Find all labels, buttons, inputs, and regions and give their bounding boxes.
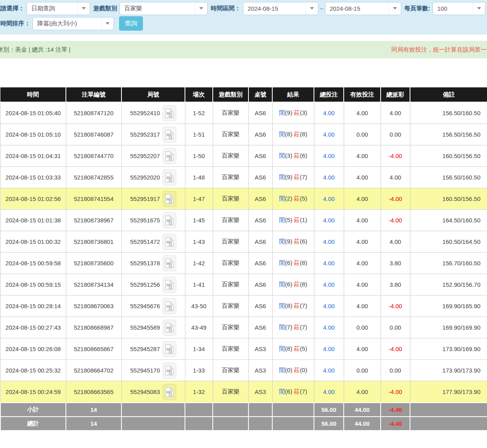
bet-id: 521808668987	[66, 317, 121, 338]
table-row: 2024-08-15 01:01:38521808738967552951675…	[0, 210, 487, 231]
video-replay-button[interactable]	[163, 255, 176, 271]
video-file-icon	[165, 365, 174, 376]
player-score: (2)	[285, 195, 292, 202]
session: 1-47	[185, 188, 213, 210]
total-bet-cell: 4.00	[314, 274, 344, 295]
video-replay-button[interactable]	[163, 363, 176, 378]
footer-total-payout: -4.40	[381, 403, 410, 417]
total-bet-link[interactable]: 4.00	[323, 131, 335, 138]
valid-bet: 4.00	[344, 274, 381, 295]
video-replay-button[interactable]	[163, 105, 176, 121]
total-bet-link[interactable]: 4.00	[323, 217, 335, 224]
game-type: 百家樂	[213, 295, 248, 317]
total-bet-link[interactable]: 4.00	[323, 388, 335, 395]
video-replay-button[interactable]	[163, 298, 176, 314]
search-button[interactable]: 查詢	[119, 16, 143, 31]
total-bet-link[interactable]: 4.00	[323, 195, 335, 202]
round-id: 552945589	[130, 324, 160, 331]
banker-label: 莊	[294, 131, 300, 137]
video-replay-button[interactable]	[163, 234, 176, 250]
date-to-select[interactable]: 2024-08-15	[325, 2, 401, 15]
total-bet-link[interactable]: 4.00	[323, 281, 335, 288]
round-id-cell: 552951675	[121, 210, 185, 231]
note: 156.50/156.50	[410, 124, 487, 145]
result-cell: 閒(8) 莊(5)	[272, 338, 314, 360]
video-replay-button[interactable]	[163, 212, 176, 228]
note: 152.90/156.70	[410, 274, 487, 295]
footer-count: 14	[66, 417, 121, 431]
column-header: 桌號	[248, 87, 272, 102]
total-bet-link[interactable]: 4.00	[323, 174, 335, 181]
currency-total-text: 幣別：美金 | 總共 :14 注單 |	[0, 46, 70, 54]
total-bet-cell: 4.00	[314, 253, 344, 274]
total-bet-link[interactable]: 4.00	[323, 260, 335, 266]
total-payout: 0.00	[381, 124, 410, 145]
player-score: (8)	[285, 131, 292, 137]
bet-id: 521808670063	[66, 295, 121, 317]
footer-label: 總計	[0, 417, 66, 431]
banker-label: 莊	[294, 238, 300, 245]
valid-bet: 4.00	[344, 210, 381, 231]
player-score: (0)	[285, 367, 292, 373]
chevron-down-icon	[77, 2, 90, 15]
video-replay-button[interactable]	[163, 341, 176, 357]
round-id-cell: 552945676	[121, 295, 185, 317]
video-replay-button[interactable]	[163, 191, 176, 207]
round-id: 552951378	[130, 260, 160, 266]
video-replay-button[interactable]	[163, 170, 176, 185]
bet-records-section: 時間注單編號局號場次遊戲類別桌號結果總投注有效投注總派彩備註 2024-08-1…	[0, 87, 487, 431]
total-payout: -4.00	[381, 188, 410, 210]
round-id-cell: 552952410	[121, 102, 185, 124]
bet-time: 2024-08-15 00:59:15	[0, 274, 66, 295]
video-replay-button[interactable]	[163, 320, 176, 336]
bet-id: 521808738967	[66, 210, 121, 231]
game-type: 百家樂	[213, 124, 248, 145]
video-replay-button[interactable]	[163, 127, 176, 143]
session: 1-51	[185, 124, 213, 145]
bet-time: 2024-08-15 01:01:38	[0, 210, 66, 231]
total-bet-link[interactable]: 4.00	[323, 324, 335, 331]
footer-total-payout: -4.40	[381, 417, 410, 431]
total-bet-link[interactable]: 4.00	[323, 367, 335, 374]
bet-id: 521808741554	[66, 188, 121, 210]
video-replay-button[interactable]	[163, 384, 176, 400]
player-score: (9)	[285, 238, 292, 245]
player-label: 閒	[279, 281, 285, 288]
result-cell: 閒(9) 莊(6)	[272, 231, 314, 253]
round-id: 552945676	[130, 303, 160, 309]
total-bet-link[interactable]: 4.00	[323, 153, 335, 159]
bet-id: 521808735600	[66, 253, 121, 274]
note: 177.90/173.90	[410, 381, 487, 403]
page-size-select[interactable]: 100	[433, 2, 485, 15]
player-score: (8)	[285, 302, 292, 309]
round-id-cell: 552952020	[121, 167, 185, 188]
bet-time: 2024-08-15 00:27:43	[0, 317, 66, 338]
player-score: (6)	[285, 281, 292, 288]
round-id: 552951256	[130, 281, 160, 288]
result-cell: 閒(8) 莊(7)	[272, 295, 314, 317]
video-replay-button[interactable]	[163, 148, 176, 164]
player-label: 閒	[279, 174, 285, 180]
date-from-select[interactable]: 2024-08-15	[243, 2, 318, 15]
game-type-select[interactable]: 百家樂	[119, 2, 208, 15]
video-replay-button[interactable]	[163, 277, 176, 293]
round-id-cell: 552945287	[121, 338, 185, 360]
sort-select[interactable]: 降冪(由大到小)	[33, 17, 114, 30]
column-header: 遊戲類別	[213, 87, 248, 102]
game-type-value: 百家樂	[120, 5, 195, 12]
valid-bet: 4.00	[344, 145, 381, 167]
round-id: 552945170	[130, 367, 160, 374]
bet-time: 2024-08-15 01:02:56	[0, 188, 66, 210]
table-id: AS6	[248, 102, 272, 124]
total-bet-link[interactable]: 4.00	[323, 110, 335, 116]
total-bet-link[interactable]: 4.00	[323, 303, 335, 309]
session: 1-34	[185, 338, 213, 360]
footer-empty	[248, 417, 272, 431]
total-bet-link[interactable]: 4.00	[323, 346, 335, 352]
player-label: 閒	[279, 367, 285, 373]
round-id-cell: 552951472	[121, 231, 185, 253]
table-row: 2024-08-15 00:59:15521808734134552951256…	[0, 274, 487, 295]
query-type-select[interactable]: 日期查詢	[27, 2, 90, 15]
player-label: 閒	[279, 152, 285, 159]
total-bet-link[interactable]: 4.00	[323, 238, 335, 245]
